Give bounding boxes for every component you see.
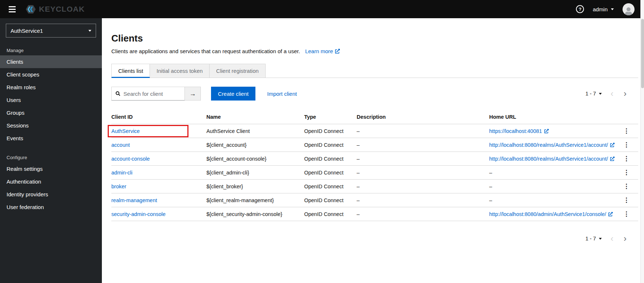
tab-initial-access-token[interactable]: Initial access token — [150, 64, 210, 78]
sidebar-nav: Manage Clients Client scopes Realm roles… — [0, 45, 102, 213]
client-name: ${client_account} — [206, 138, 304, 152]
sidebar-item-sessions[interactable]: Sessions — [0, 119, 102, 132]
scrollbar-thumb[interactable] — [641, 19, 644, 88]
chevron-right-icon: › — [624, 233, 627, 243]
sidebar-item-client-scopes[interactable]: Client scopes — [0, 68, 102, 81]
column-header-home-url: Home URL — [489, 110, 620, 124]
tab-client-registration[interactable]: Client registration — [210, 64, 266, 78]
search-input[interactable] — [123, 91, 180, 97]
nav-section-manage: Manage Clients Client scopes Realm roles… — [0, 45, 102, 145]
row-actions-kebab-icon[interactable]: ⋮ — [620, 196, 632, 205]
sidebar-item-realm-roles[interactable]: Realm roles — [0, 81, 102, 94]
pagination-next-button[interactable]: › — [619, 89, 631, 98]
sidebar-item-clients[interactable]: Clients — [0, 55, 102, 68]
username-label: admin — [593, 6, 608, 12]
row-actions-kebab-icon[interactable]: ⋮ — [620, 209, 632, 219]
client-name: AuthService Client — [206, 124, 304, 138]
pagination-next-button[interactable]: › — [619, 234, 631, 243]
realm-selector[interactable]: AuthService1 — [6, 24, 96, 38]
home-url-link[interactable]: https://localhost:40081 — [489, 128, 549, 134]
client-id-link[interactable]: account-console — [111, 156, 150, 162]
client-description: – — [357, 207, 489, 221]
client-description: – — [357, 124, 489, 138]
user-menu-dropdown[interactable]: admin — [593, 6, 614, 12]
search-group: → — [111, 87, 201, 101]
client-description: – — [357, 180, 489, 193]
table-row: realm-management ${client_realm-manageme… — [111, 193, 638, 207]
pagination-prev-button[interactable]: ‹ — [606, 234, 618, 243]
hamburger-menu-icon[interactable] — [7, 5, 17, 14]
table-row: security-admin-console ${client_security… — [111, 207, 638, 221]
sidebar-item-identity-providers[interactable]: Identity providers — [0, 188, 102, 201]
create-client-button[interactable]: Create client — [211, 87, 255, 101]
keycloak-logo-icon — [26, 5, 36, 13]
external-link-icon — [610, 157, 615, 161]
client-id-link[interactable]: admin-cli — [111, 170, 132, 176]
table-row: account-console ${client_account-console… — [111, 152, 638, 166]
topbar: KEYCLOAK ? admin — [0, 0, 644, 18]
row-actions-kebab-icon[interactable]: ⋮ — [620, 168, 632, 177]
sidebar-item-users[interactable]: Users — [0, 94, 102, 106]
client-description: – — [357, 138, 489, 152]
client-name: ${client_realm-management} — [206, 193, 304, 207]
chevron-down-icon — [611, 8, 614, 10]
chevron-down-icon — [599, 238, 602, 240]
chevron-down-icon — [599, 93, 602, 95]
row-actions-kebab-icon[interactable]: ⋮ — [620, 154, 632, 163]
client-description: – — [357, 193, 489, 207]
client-id-link[interactable]: broker — [111, 184, 126, 189]
sidebar-item-realm-settings[interactable]: Realm settings — [0, 162, 102, 175]
home-url-link[interactable]: http://localhost:8080/realms/AuthService… — [489, 142, 615, 148]
tab-clients-list[interactable]: Clients list — [111, 64, 150, 78]
home-url-empty: – — [489, 170, 492, 176]
column-header-client-id: Client ID — [111, 110, 206, 124]
sidebar-item-groups[interactable]: Groups — [0, 106, 102, 119]
row-actions-kebab-icon[interactable]: ⋮ — [620, 140, 632, 149]
learn-more-link[interactable]: Learn more — [305, 48, 340, 54]
pagination-range-dropdown[interactable]: 1 - 7 — [583, 89, 605, 98]
search-submit-button[interactable]: → — [185, 87, 201, 101]
clients-table: Client ID Name Type Description Home URL… — [111, 110, 638, 221]
table-row: account ${client_account} OpenID Connect… — [111, 138, 638, 152]
client-description: – — [357, 166, 489, 180]
pagination-prev-button[interactable]: ‹ — [606, 89, 618, 98]
sidebar-item-user-federation[interactable]: User federation — [0, 201, 102, 213]
table-row: broker ${client_broker} OpenID Connect –… — [111, 180, 638, 193]
table-row: admin-cli ${client_admin-cli} OpenID Con… — [111, 166, 638, 180]
home-url-empty: – — [489, 184, 492, 189]
nav-section-configure: Configure Realm settings Authentication … — [0, 152, 102, 213]
client-type: OpenID Connect — [304, 166, 357, 180]
client-description: – — [357, 152, 489, 166]
pagination-bottom: 1 - 7 ‹ › — [111, 234, 631, 243]
sidebar-item-events[interactable]: Events — [0, 132, 102, 145]
client-name: ${client_broker} — [206, 180, 304, 193]
row-actions-kebab-icon[interactable]: ⋮ — [620, 182, 632, 191]
client-name: ${client_security-admin-console} — [206, 207, 304, 221]
avatar[interactable] — [623, 3, 635, 15]
sidebar-item-authentication[interactable]: Authentication — [0, 175, 102, 188]
page-description: Clients are applications and services th… — [111, 48, 300, 54]
client-id-link[interactable]: AuthService — [111, 128, 140, 134]
home-url-link[interactable]: http://localhost:8080/realms/AuthService… — [489, 156, 615, 162]
realm-selector-value: AuthService1 — [11, 28, 43, 34]
import-client-link[interactable]: Import client — [267, 91, 297, 97]
chevron-right-icon: › — [624, 89, 627, 98]
client-id-link[interactable]: security-admin-console — [111, 211, 166, 217]
pagination-range-dropdown[interactable]: 1 - 7 — [583, 234, 605, 243]
scrollbar[interactable] — [640, 0, 644, 283]
home-url-link[interactable]: http://localhost:8080/admin/AuthService1… — [489, 211, 613, 217]
chevron-left-icon: ‹ — [611, 233, 613, 243]
help-icon[interactable]: ? — [576, 5, 584, 13]
client-id-link[interactable]: realm-management — [111, 197, 157, 203]
client-id-link[interactable]: account — [111, 142, 130, 148]
user-icon — [625, 7, 632, 15]
external-link-icon — [610, 143, 615, 147]
client-type: OpenID Connect — [304, 138, 357, 152]
arrow-right-icon: → — [190, 90, 196, 97]
tabs-bar: Clients list Initial access token Client… — [111, 64, 638, 78]
topbar-left: KEYCLOAK — [7, 5, 85, 14]
table-row: AuthService AuthService Client OpenID Co… — [111, 124, 638, 138]
row-actions-kebab-icon[interactable]: ⋮ — [620, 126, 632, 135]
table-header-row: Client ID Name Type Description Home URL — [111, 110, 638, 124]
client-type: OpenID Connect — [304, 152, 357, 166]
